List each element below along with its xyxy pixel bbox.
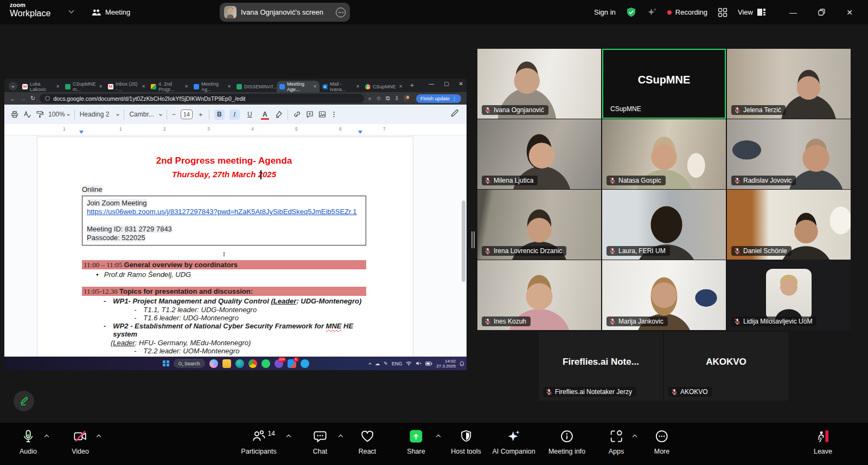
host-tools-button[interactable]: Host tools: [451, 429, 481, 455]
tile-display-name: CSupMNE: [603, 74, 725, 86]
windows-start-icon: [163, 360, 169, 367]
minimize-button[interactable]: —: [779, 0, 807, 24]
wifi-icon: [406, 361, 412, 366]
apps-grid-icon[interactable]: [718, 8, 727, 17]
tab-close-icon: ✕: [399, 84, 403, 89]
zoom-meeting-box: Join Zoom Meeting https://us06web.zoom.u…: [82, 196, 366, 246]
toolbar-overflow-icon: ⋮: [331, 111, 337, 118]
gallery-resize-handle[interactable]: [471, 231, 476, 248]
video-button[interactable]: Video: [72, 429, 89, 455]
share-screen-icon: [409, 429, 423, 444]
video-tile-jelena[interactable]: Jelena Terzić: [727, 49, 851, 119]
tab-close-icon: ✕: [184, 84, 188, 89]
react-button[interactable]: React: [359, 429, 376, 455]
muted-mic-icon: [484, 318, 491, 325]
mic-icon: [21, 429, 35, 444]
nameplate: AKOKVO: [668, 387, 712, 397]
battery-icon: [425, 361, 432, 366]
meeting-info-button[interactable]: Meeting info: [548, 429, 585, 455]
logo-workplace: Workplace: [10, 9, 50, 18]
muted-mic-icon: [734, 107, 741, 113]
agenda-item-1-bullet: ●Prof.dr Ramo Šendelj, UDG: [82, 270, 366, 279]
apps-button[interactable]: Apps: [609, 429, 624, 455]
muted-mic-icon: [609, 248, 616, 254]
nameplate: Ivana Ognjanović: [482, 105, 548, 115]
participants-button[interactable]: 14 Participants: [241, 429, 276, 455]
chat-button[interactable]: Chat: [313, 429, 328, 455]
nameplate: Lidija Milosavljevic UoM: [731, 317, 816, 326]
restore-button[interactable]: [807, 0, 835, 24]
video-tile-natasa[interactable]: Natasa Gospic: [602, 119, 726, 189]
video-tile-laura[interactable]: Laura, FERI UM: [602, 190, 726, 260]
share-options-chevron[interactable]: [436, 434, 441, 438]
zoom-page-icon: ⌕: [368, 95, 372, 102]
more-button[interactable]: More: [654, 429, 669, 455]
muted-mic-icon: [609, 318, 616, 325]
viber-icon: 224: [275, 359, 283, 368]
close-button[interactable]: ✕: [835, 0, 864, 24]
tile-display-name: AKOKVO: [664, 357, 788, 367]
video-tile-csupmne[interactable]: CSupMNE CSupMNE: [602, 49, 726, 119]
recording-dot-icon: [667, 10, 672, 15]
whatsapp-icon: [261, 359, 270, 368]
share-button[interactable]: Share: [407, 429, 425, 455]
view-label: View: [738, 8, 753, 16]
audio-button[interactable]: Audio: [20, 429, 37, 455]
annotate-button[interactable]: [14, 391, 34, 411]
new-tab-icon: ＋: [409, 80, 416, 90]
audio-options-chevron[interactable]: [44, 434, 49, 438]
muted-mic-icon: [546, 389, 552, 395]
video-tile-daniel[interactable]: Daniel Schönle: [727, 190, 851, 260]
gmail-favicon: M: [108, 84, 113, 89]
browser-address-bar: ← → ↻ docs.google.com/document/d/1yt0ZzK…: [4, 92, 467, 105]
video-options-chevron[interactable]: [97, 434, 101, 438]
taskbar-icons: Search 224 6: [163, 357, 309, 370]
video-tile-lidija[interactable]: Lidija Milosavljevic UoM: [727, 260, 851, 330]
browser-window-controls: —▢✕: [429, 81, 463, 87]
participants-options-chevron[interactable]: [286, 434, 291, 438]
zoom-titlebar: zoom Workplace Meeting Ivana Ognjanović'…: [0, 0, 868, 24]
download-icon: ⇩: [394, 95, 399, 102]
muted-mic-icon: [734, 318, 741, 325]
video-tile-marija[interactable]: Marija Jankovic: [602, 260, 726, 330]
apps-options-chevron[interactable]: [633, 434, 637, 438]
highlight-color-icon: [275, 111, 283, 118]
doc-online-label: Online: [82, 185, 366, 194]
text-color-button: A: [260, 109, 270, 120]
font-size-decrease: −: [172, 111, 176, 118]
video-tile-milena[interactable]: Milena Ljutica: [477, 119, 601, 189]
tab-meeting[interactable]: Meeting: [91, 0, 130, 24]
chevron-down-icon[interactable]: [69, 8, 74, 14]
print-icon: [11, 111, 18, 118]
nameplate: Natasa Gospic: [607, 176, 666, 185]
chat-options-chevron[interactable]: [339, 434, 343, 438]
reload-icon: ↻: [30, 95, 35, 102]
file-explorer-icon: [222, 359, 231, 368]
view-layout-icon: [757, 8, 766, 16]
video-tile-ivana[interactable]: Ivana Ognjanović: [477, 49, 601, 119]
video-tile-irena[interactable]: Irena Lovrencic Drzanic: [477, 190, 601, 260]
avatar: [766, 269, 812, 320]
side-panel-icon: ⧉: [386, 95, 390, 102]
sign-in-button[interactable]: Sign in: [594, 8, 616, 16]
security-shield-icon[interactable]: [626, 7, 636, 17]
video-tile-fireflies[interactable]: Fireflies.ai Note... Fireflies.ai Noteta…: [539, 332, 663, 401]
video-tile-ines[interactable]: Ines Kozuh: [477, 260, 601, 330]
doc-title: 2nd Progress meeting- Agenda: [82, 156, 366, 166]
more-options-icon[interactable]: [336, 8, 346, 17]
browser-minimize-icon: —: [429, 81, 434, 87]
leave-button[interactable]: Leave: [814, 429, 832, 455]
screen-share-indicator[interactable]: Ivana Ognjanović's screen: [220, 3, 350, 22]
windows-taskbar: Search 224 6 ☁ ✎ ENG 14:0227.3.2025: [4, 357, 467, 370]
ai-companion-button[interactable]: AI Companion: [492, 429, 535, 455]
video-tile-akokvo[interactable]: AKOKVO AKOKVO: [664, 332, 788, 401]
tab-close-icon: ✕: [313, 84, 317, 89]
video-tile-radislav[interactable]: Radislav Jovovic: [727, 119, 851, 189]
browser-tab: CSupMNE✕: [362, 81, 405, 92]
docs-toolbar: 100% Heading 2 Cambr... − 14 ＋ B I U A ⋮: [4, 105, 467, 124]
zoom-level-select: 100%: [48, 111, 69, 118]
bold-button: B: [214, 109, 225, 120]
ai-sparkle-icon[interactable]: [647, 7, 657, 17]
tab-close-icon: ✕: [99, 84, 103, 89]
view-button[interactable]: View: [738, 8, 766, 16]
